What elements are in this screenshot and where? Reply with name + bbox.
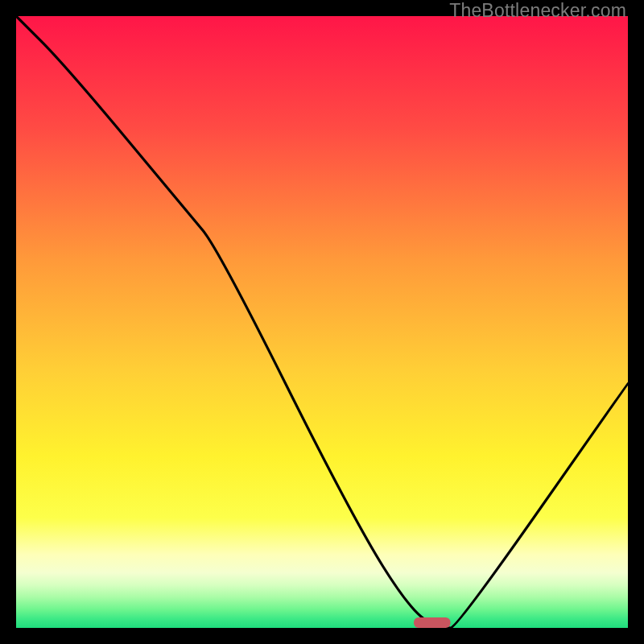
watermark-text: TheBottlenecker.com xyxy=(449,0,626,22)
gradient-background xyxy=(16,16,628,628)
chart-frame xyxy=(16,16,628,628)
bottleneck-chart xyxy=(16,16,628,628)
optimal-marker xyxy=(414,617,451,628)
